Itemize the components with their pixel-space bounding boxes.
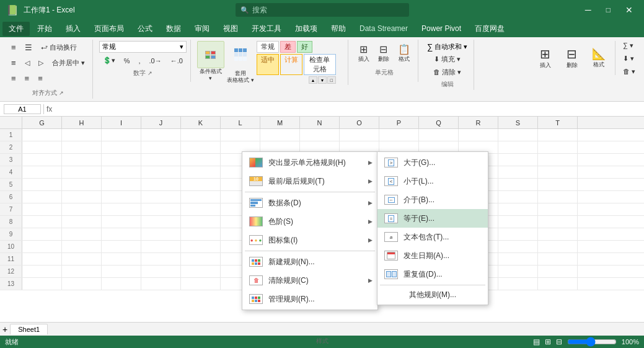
menu-topbottom-rules[interactable]: 10 最前/最后规则(T)	[242, 172, 377, 190]
menu-page-layout[interactable]: 页面布局	[88, 22, 130, 36]
submenu-less[interactable]: < 小于(L)...	[377, 172, 488, 190]
format-large-btn[interactable]: 📐 格式	[586, 41, 611, 75]
align-right-btn[interactable]: ≡	[34, 72, 46, 85]
menu-view[interactable]: 视图	[217, 22, 244, 36]
maximize-button[interactable]: □	[601, 4, 615, 16]
merge-btn[interactable]: 合并居中 ▾	[48, 56, 89, 69]
insert-btn[interactable]: ⊞ 插入	[355, 41, 373, 66]
menu-databars[interactable]: 数据条(D)	[242, 194, 377, 212]
col-n[interactable]: N	[300, 117, 340, 128]
style-scroll-up[interactable]: ▲	[309, 76, 317, 84]
submenu-duplicate[interactable]: 重复值(D)...	[377, 265, 488, 283]
autosum-area-btn[interactable]: ∑ ▾	[619, 40, 639, 51]
name-box[interactable]: A1	[4, 104, 41, 114]
col-l[interactable]: L	[221, 117, 260, 128]
submenu-greater[interactable]: > 大于(G)...	[377, 153, 488, 172]
style-medium[interactable]: 适中	[257, 54, 279, 75]
ribbon-group-alignment: ≡ ☰ ⮐ 自动换行 ≡ ◁ ▷ 合并居中 ▾ ≡ ≡ ≡	[4, 40, 93, 99]
percent-btn[interactable]: %	[120, 55, 134, 66]
menu-addins[interactable]: 加载项	[289, 22, 324, 36]
close-button[interactable]: ✕	[620, 4, 638, 16]
col-r[interactable]: R	[459, 117, 498, 128]
menu-start[interactable]: 开始	[31, 22, 58, 36]
search-box[interactable]: 🔍 搜索	[236, 3, 409, 17]
menu-insert[interactable]: 插入	[60, 22, 87, 36]
menu-managerule[interactable]: 管理规则(R)...	[242, 290, 377, 308]
menu-newrule[interactable]: 新建规则(N)...	[242, 252, 377, 271]
delete-btn[interactable]: ⊟ 删除	[374, 41, 393, 66]
col-m[interactable]: M	[260, 117, 300, 128]
align-bottom-btn[interactable]: ≡	[7, 56, 20, 69]
view-layout-btn[interactable]: ⊞	[545, 337, 551, 346]
indent-dec-btn[interactable]: ◁	[21, 57, 33, 69]
view-normal-btn[interactable]: ▤	[533, 337, 540, 346]
submenu-between[interactable]: ↔ 介于(B)...	[377, 190, 488, 209]
submenu-otherrules[interactable]: 其他规则(M)...	[377, 287, 488, 303]
col-q[interactable]: Q	[419, 117, 459, 128]
sheet-tab-1[interactable]: Sheet1	[10, 324, 48, 334]
style-check-cell[interactable]: 检查单元格	[304, 54, 336, 75]
wrap-text-btn[interactable]: ⮐ 自动换行	[37, 41, 81, 54]
search-icon: 🔍	[240, 6, 249, 14]
menu-baidu[interactable]: 百度网盘	[469, 22, 511, 36]
currency-btn[interactable]: 💲▾	[99, 55, 119, 66]
decimal-inc-btn[interactable]: .0→	[146, 55, 165, 66]
minimize-button[interactable]: ─	[580, 4, 596, 16]
col-o[interactable]: O	[340, 117, 379, 128]
style-good[interactable]: 好	[297, 41, 312, 53]
menu-iconset[interactable]: ●●● 图标集(I)	[242, 231, 377, 249]
submenu-textcontain[interactable]: a 文本包含(T)...	[377, 228, 488, 246]
fill-area-btn[interactable]: ⬇ ▾	[619, 53, 639, 65]
clear-btn[interactable]: 🗑 清除 ▾	[430, 66, 465, 79]
cf-dropdown-menu[interactable]: 突出显示单元格规则(H) 10 最前/最后规则(T)	[242, 151, 378, 310]
add-sheet-btn[interactable]: +	[2, 324, 7, 334]
menu-help[interactable]: 帮助	[325, 22, 352, 36]
comma-btn[interactable]: ,	[135, 55, 144, 66]
menu-review[interactable]: 审阅	[188, 22, 216, 36]
submenu-equal[interactable]: = 等于(E)...	[377, 209, 488, 228]
style-calc[interactable]: 计算	[280, 54, 302, 75]
col-k[interactable]: K	[181, 117, 221, 128]
col-h[interactable]: H	[62, 117, 102, 128]
insert-large-btn[interactable]: ⊞ 插入	[533, 41, 558, 75]
menu-data-streamer[interactable]: Data Streamer	[353, 22, 414, 35]
decimal-dec-btn[interactable]: ←.0	[167, 55, 187, 66]
delete-large-btn[interactable]: ⊟ 删除	[560, 41, 584, 75]
align-center-btn[interactable]: ≡	[21, 72, 33, 85]
table-format-button[interactable]	[227, 41, 254, 68]
menu-colorscale[interactable]: 色阶(S)	[242, 212, 377, 231]
highlight-submenu[interactable]: > 大于(G)... < 小于(L)...	[377, 151, 488, 305]
menu-clearrule[interactable]: 🗑 清除规则(C)	[242, 271, 377, 290]
menu-file[interactable]: 文件	[2, 22, 30, 36]
style-normal[interactable]: 常规	[257, 41, 279, 53]
fill-btn[interactable]: ⬇ 填充 ▾	[430, 53, 464, 66]
col-i[interactable]: I	[102, 117, 141, 128]
date-icon	[382, 249, 400, 262]
menu-highlight-rules[interactable]: 突出显示单元格规则(H)	[242, 153, 377, 172]
menu-data[interactable]: 数据	[160, 22, 187, 36]
col-t[interactable]: T	[538, 117, 578, 128]
format-btn[interactable]: 📋 格式	[394, 41, 414, 66]
menu-power-pivot[interactable]: Power Pivot	[415, 22, 467, 35]
menu-formula[interactable]: 公式	[131, 22, 159, 36]
menu-developer[interactable]: 开发工具	[245, 22, 288, 36]
zoom-slider[interactable]	[567, 339, 617, 345]
submenu-date[interactable]: 发生日期(A)...	[377, 246, 488, 265]
view-pagebreak-btn[interactable]: ⊟	[556, 337, 562, 346]
indent-inc-btn[interactable]: ▷	[35, 57, 47, 69]
style-bad[interactable]: 差	[280, 41, 296, 53]
align-top-btn[interactable]: ≡	[7, 41, 20, 54]
col-s[interactable]: S	[498, 117, 538, 128]
colorscale-icon	[247, 215, 265, 228]
clear-area-btn[interactable]: 🗑 ▾	[619, 66, 639, 78]
autosum-btn[interactable]: ∑ 自动求和 ▾	[425, 41, 470, 53]
align-middle-btn[interactable]: ☰	[21, 41, 36, 54]
col-g[interactable]: G	[22, 117, 62, 128]
number-format-dropdown[interactable]: 常规 ▾	[99, 41, 187, 53]
conditional-format-button[interactable]	[197, 41, 224, 68]
col-p[interactable]: P	[379, 117, 419, 128]
align-left-btn[interactable]: ≡	[7, 72, 20, 85]
col-j[interactable]: J	[141, 117, 181, 128]
style-scroll-expand[interactable]: □	[327, 76, 336, 84]
style-scroll-down[interactable]: ▼	[318, 76, 327, 84]
